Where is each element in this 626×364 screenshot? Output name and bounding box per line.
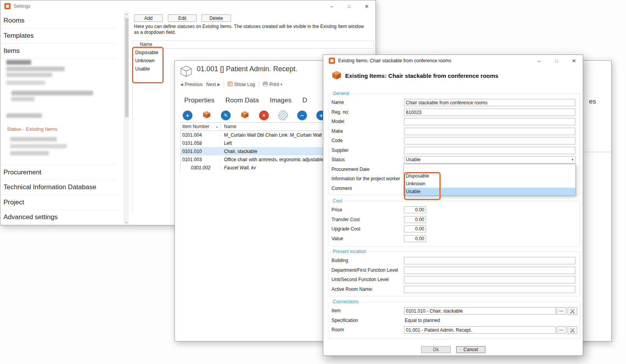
settings-window-title: Settings <box>14 4 30 9</box>
print-label: Print <box>270 82 279 87</box>
detail-header-title: Existing Items: Chair stackable from con… <box>345 72 498 79</box>
price-input[interactable] <box>404 206 426 213</box>
minimize-icon[interactable]: – <box>530 55 548 67</box>
status-label: Status <box>332 156 345 164</box>
sidebar-redacted-subitems-1 <box>0 59 117 124</box>
status-combobox[interactable]: Usable ▾ <box>404 156 575 164</box>
remove-item-icon[interactable]: − <box>297 111 307 120</box>
existing-item-window: Existing Items: Chair stackable from con… <box>323 55 583 356</box>
tab-images[interactable]: Images <box>270 97 291 104</box>
cell-item-number: 0101.058 <box>181 141 221 146</box>
room-cube-icon <box>180 65 193 79</box>
transfer-cost-input[interactable] <box>404 216 426 223</box>
dropdown-option-usable[interactable]: Usable <box>404 188 575 195</box>
printer-icon <box>263 81 268 88</box>
sidebar-item-advanced-settings[interactable]: Advanced settings <box>0 210 117 225</box>
delete-item-icon[interactable]: ✕ <box>259 111 269 120</box>
regno-input[interactable] <box>404 109 575 116</box>
redacted-text <box>11 97 35 101</box>
minimize-icon[interactable]: – <box>323 0 340 12</box>
cancel-button[interactable]: Cancel <box>456 346 485 353</box>
sidebar-item-status-existing-items[interactable]: Status - Existing Items <box>0 124 117 134</box>
edit-item-icon[interactable]: ✎ <box>221 111 231 120</box>
upgrade-cost-input[interactable] <box>404 225 426 232</box>
scroll-up-icon[interactable]: ▲ <box>125 13 128 15</box>
supplier-input[interactable] <box>404 147 575 154</box>
col-header-name[interactable]: Name <box>221 124 236 129</box>
value-label: Value <box>332 235 343 243</box>
dropdown-option-unknown[interactable]: Unknown <box>404 180 575 188</box>
add-button[interactable]: Add <box>134 14 163 22</box>
status-table-header-name[interactable]: Name <box>133 41 374 49</box>
dropdown-option-disposable[interactable]: Disposable <box>404 172 575 180</box>
name-label: Name <box>332 99 344 106</box>
forward-arrow-icon: ▶ <box>217 83 220 86</box>
previous-button[interactable]: ◀ Previous <box>180 82 203 87</box>
room-disconnect-button[interactable] <box>568 326 577 334</box>
cost-group-label: Cost <box>331 198 344 204</box>
building-label: Building <box>332 257 348 264</box>
col-header-item-number[interactable]: Item Number ▲ <box>181 123 221 130</box>
detail-app-icon <box>329 58 335 64</box>
item-disconnect-button[interactable] <box>568 307 577 315</box>
room-tabs: Properties Room Data Images D <box>184 97 307 104</box>
ok-button[interactable]: Ok <box>421 346 451 353</box>
scroll-down-icon[interactable]: ▼ <box>125 222 128 224</box>
close-icon[interactable]: ✕ <box>565 55 583 67</box>
close-icon[interactable]: ✕ <box>358 0 376 12</box>
redacted-text <box>11 91 93 95</box>
scrollbar-thumb[interactable] <box>125 18 129 117</box>
tab-partial[interactable]: D <box>302 97 307 104</box>
detail-window-controls: – □ ✕ <box>530 55 583 67</box>
redacted-text <box>6 113 42 118</box>
sidebar-scrollbar[interactable]: ▲ ▼ <box>124 12 129 225</box>
model-input[interactable] <box>404 118 575 125</box>
active-room-name-label: Active Room Name: <box>332 286 373 293</box>
code-input[interactable] <box>404 137 575 144</box>
sidebar-item-technical-information-database[interactable]: Technical Information Database <box>0 180 117 195</box>
delete-button[interactable]: Delete <box>201 14 231 22</box>
price-label: Price <box>332 206 342 214</box>
edit-button[interactable]: Edit <box>168 14 197 22</box>
department-input[interactable] <box>404 267 575 274</box>
next-button[interactable]: Next ▶ <box>206 82 220 87</box>
department-label: Department/First Function Level <box>332 267 398 274</box>
sidebar-redacted-subitems-2 <box>0 134 117 165</box>
item-input[interactable] <box>404 307 556 315</box>
sidebar-item-rooms[interactable]: Rooms <box>0 13 117 28</box>
value-input[interactable] <box>404 235 426 242</box>
room-window-title: 01.001 [] Patient Admin. Recept. <box>197 65 297 73</box>
room-input[interactable] <box>404 326 556 334</box>
print-button[interactable]: Print ▾ <box>263 81 282 88</box>
room-nav-bar: ◀ Previous Next ▶ Show Log Print ▾ <box>180 81 282 88</box>
previous-label: Previous <box>185 82 203 87</box>
cost-group: Cost Price Transfer Cost Upgrade Cost Va… <box>329 201 580 246</box>
active-room-name-input[interactable] <box>404 286 575 293</box>
maximize-icon[interactable]: □ <box>340 0 358 12</box>
add-item-icon[interactable]: + <box>183 111 192 120</box>
name-input[interactable] <box>404 99 575 106</box>
specification-value: Equal to planned <box>405 317 440 324</box>
item-cube-icon[interactable] <box>202 110 212 121</box>
building-input[interactable] <box>404 257 575 264</box>
show-log-label: Show Log <box>234 82 255 87</box>
divider <box>224 82 224 87</box>
room-browse-button[interactable]: ••• <box>557 326 566 334</box>
sidebar-item-procurement[interactable]: Procurement <box>0 165 117 180</box>
background-tab-fragment[interactable]: es <box>589 98 596 106</box>
maximize-icon[interactable]: □ <box>548 55 565 67</box>
show-log-button[interactable]: Show Log <box>227 81 255 88</box>
make-input[interactable] <box>404 128 575 135</box>
hatch-icon[interactable] <box>278 111 288 120</box>
unit-input[interactable] <box>404 276 575 283</box>
specification-label: Specification <box>332 317 358 324</box>
tab-room-data[interactable]: Room Data <box>225 97 259 104</box>
sidebar-item-templates[interactable]: Templates <box>0 28 117 44</box>
log-icon <box>227 81 233 88</box>
tab-properties[interactable]: Properties <box>184 97 214 104</box>
item-browse-button[interactable]: ••• <box>557 307 566 315</box>
item-cube-icon-2[interactable] <box>240 110 250 121</box>
sidebar-item-items[interactable]: Items <box>0 44 117 59</box>
redacted-text <box>6 60 31 65</box>
sidebar-item-project[interactable]: Project <box>0 195 117 210</box>
